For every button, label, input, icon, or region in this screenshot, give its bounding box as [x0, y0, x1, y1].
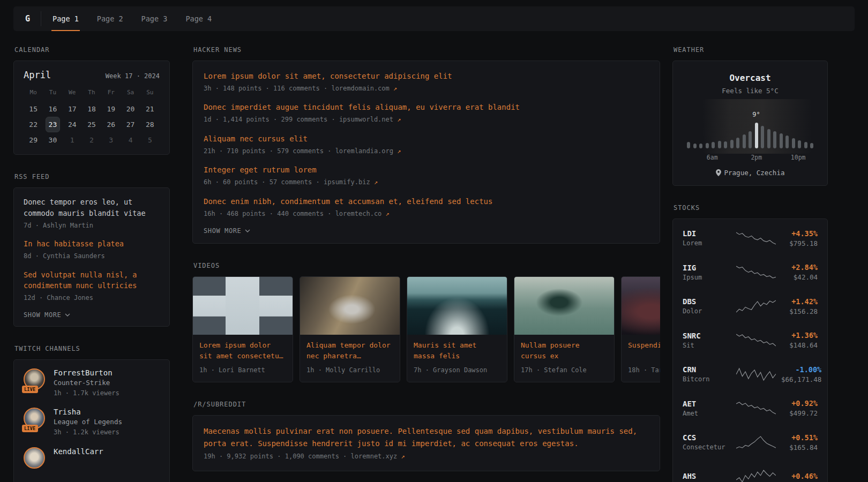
- stock-row[interactable]: CCS Consectetur +0.51% $165.84: [683, 425, 818, 460]
- stock-row[interactable]: IIG Ipsum +2.84% $42.04: [683, 255, 818, 290]
- weather-hourly-chart: 9°: [687, 107, 813, 148]
- calendar-day[interactable]: 24: [63, 117, 82, 132]
- weather-hour-bar: [780, 133, 783, 148]
- weather-hour-bar: [736, 138, 739, 148]
- calendar-day[interactable]: 18: [82, 101, 101, 117]
- hn-item-domain[interactable]: loremlandia.org ↗: [335, 147, 401, 155]
- subreddit-widget: /R/SUBREDDIT Maecenas mollis pulvinar er…: [192, 401, 660, 472]
- calendar-weekday-label: Su: [140, 87, 160, 101]
- video-card[interactable]: Lorem ipsum dolor sit amet consectetu… 1…: [192, 276, 293, 382]
- calendar-day[interactable]: 3: [101, 132, 121, 148]
- weather-hour-bar: [749, 131, 752, 148]
- hn-item-title[interactable]: Donec enim nibh, condimentum et accumsan…: [204, 196, 649, 207]
- tab-page-4[interactable]: Page 4: [176, 6, 221, 31]
- videos-row: Lorem ipsum dolor sit amet consectetu… 1…: [192, 276, 660, 382]
- video-title: Aliquam tempor dolor nec pharetra…: [306, 340, 393, 362]
- rss-section-label: RSS FEED: [14, 173, 170, 180]
- video-meta: 17h · Stefan Cole: [521, 366, 608, 375]
- hn-item-domain[interactable]: loremdomain.com ↗: [331, 85, 397, 92]
- stock-identity: DBS Dolor: [683, 297, 731, 315]
- hn-item-title[interactable]: Integer eget rutrum lorem: [204, 164, 649, 176]
- hn-item-meta: 21h · 710 points · 579 comments · loreml…: [204, 147, 649, 156]
- hackernews-widget: HACKER NEWS Lorem ipsum dolor sit amet, …: [192, 46, 660, 244]
- video-meta: 18h · Tara: [628, 366, 660, 375]
- tab-page-2[interactable]: Page 2: [88, 6, 132, 31]
- weather-hour-bar: [810, 143, 813, 148]
- calendar-day[interactable]: 21: [140, 101, 160, 117]
- rss-item-title[interactable]: In hac habitasse platea: [24, 238, 160, 250]
- video-card[interactable]: Aliquam tempor dolor nec pharetra… 1h · …: [300, 276, 400, 382]
- stock-row[interactable]: AHS +0.46%: [683, 460, 818, 482]
- stock-row[interactable]: AET Amet +0.92% $499.72: [683, 391, 818, 426]
- video-card[interactable]: Suspendisse diam 18h · Tara: [621, 276, 660, 382]
- calendar-day[interactable]: 30: [43, 132, 62, 148]
- stock-change: +1.42%: [781, 297, 818, 306]
- rss-item-title[interactable]: Donec tempor eros leo, ut commodo mauris…: [24, 197, 160, 219]
- video-meta: 1h · Lori Barnett: [199, 366, 286, 375]
- topbar: G Page 1Page 2Page 3Page 4: [13, 6, 855, 31]
- video-info: Mauris sit amet massa felis 7h · Grayson…: [407, 335, 507, 382]
- calendar-days-grid: 1516171819202122232425262728293012345: [24, 101, 160, 148]
- calendar-day[interactable]: 27: [121, 117, 140, 132]
- hackernews-show-more-button[interactable]: SHOW MORE: [204, 227, 649, 235]
- twitch-card: LIVE ForrestBurton Counter-Strike 1h · 1…: [13, 359, 170, 482]
- twitch-channel[interactable]: LIVE ForrestBurton Counter-Strike 1h · 1…: [24, 368, 160, 398]
- calendar-day[interactable]: 19: [101, 101, 121, 117]
- stock-ticker: AHS: [683, 472, 731, 480]
- calendar-day[interactable]: 1: [63, 132, 82, 148]
- calendar-day[interactable]: 29: [24, 132, 43, 148]
- external-link-icon: ↗: [397, 147, 401, 155]
- hn-item: Integer eget rutrum lorem 6h · 60 points…: [204, 164, 649, 187]
- stock-name: Dolor: [683, 307, 731, 315]
- stock-row[interactable]: SNRC Sit +1.36% $148.64: [683, 323, 818, 358]
- weather-hour-bar: [804, 142, 807, 148]
- stock-sparkline: [736, 367, 776, 382]
- hn-item-domain[interactable]: loremtech.co ↗: [335, 210, 390, 217]
- calendar-weekday-row: MoTuWeThFrSaSu: [24, 87, 160, 101]
- hn-item-meta: 1d · 1,414 points · 299 comments · ipsum…: [204, 115, 649, 124]
- calendar-day[interactable]: 5: [140, 132, 160, 148]
- hn-item-title[interactable]: Lorem ipsum dolor sit amet, consectetur …: [204, 71, 649, 82]
- video-thumbnail: [300, 277, 400, 335]
- weather-hour-bar: [724, 141, 727, 148]
- calendar-day[interactable]: 16: [43, 101, 62, 117]
- hn-item-domain[interactable]: ipsumworld.net ↗: [339, 116, 401, 123]
- channel-game: League of Legends: [54, 418, 122, 426]
- twitch-channel[interactable]: LIVE Trisha League of Legends 3h · 1.2k …: [24, 408, 160, 437]
- subreddit-post-title[interactable]: Maecenas mollis pulvinar erat non posuer…: [204, 425, 649, 450]
- twitch-channel[interactable]: KendallCarr: [24, 447, 160, 469]
- video-card[interactable]: Nullam posuere cursus ex 17h · Stefan Co…: [514, 276, 615, 382]
- calendar-day[interactable]: 26: [101, 117, 121, 132]
- stock-price: $148.64: [781, 341, 818, 349]
- hn-item-title[interactable]: Donec imperdiet augue tincidunt felis al…: [204, 102, 649, 113]
- calendar-day[interactable]: 17: [63, 101, 82, 117]
- stock-row[interactable]: CRN Bitcorn -1.00% $66,171.48: [683, 357, 818, 391]
- subreddit-post-domain[interactable]: loremnet.xyz ↗: [351, 453, 405, 460]
- stock-ticker: IIG: [683, 263, 731, 272]
- calendar-weekday-label: Sa: [121, 87, 140, 101]
- calendar-day[interactable]: 20: [121, 101, 140, 117]
- dashboard-layout: CALENDAR April Week 17 · 2024 MoTuWeThFr…: [13, 46, 855, 482]
- hn-item-title[interactable]: Aliquam nec cursus elit: [204, 133, 649, 145]
- calendar-day[interactable]: 4: [121, 132, 140, 148]
- rss-item-title[interactable]: Sed volutpat nulla nisl, a condimentum n…: [24, 269, 160, 292]
- stock-ticker: LDI: [683, 229, 731, 238]
- rss-card: Donec tempor eros leo, ut commodo mauris…: [13, 187, 170, 327]
- calendar-day-selected[interactable]: 23: [46, 117, 59, 132]
- stock-row[interactable]: LDI Lorem +4.35% $795.18: [683, 221, 818, 255]
- video-card[interactable]: Mauris sit amet massa felis 7h · Grayson…: [407, 276, 507, 382]
- calendar-day[interactable]: 25: [82, 117, 101, 132]
- rss-show-more-button[interactable]: SHOW MORE: [24, 311, 160, 319]
- live-badge: LIVE: [22, 386, 38, 393]
- tab-page-3[interactable]: Page 3: [132, 6, 177, 31]
- calendar-day[interactable]: 28: [140, 117, 160, 132]
- stock-sparkline: [736, 401, 776, 416]
- stock-row[interactable]: DBS Dolor +1.42% $156.28: [683, 289, 818, 323]
- calendar-day[interactable]: 15: [24, 101, 43, 117]
- video-title: Nullam posuere cursus ex: [521, 340, 608, 362]
- calendar-day[interactable]: 22: [24, 117, 43, 132]
- hn-item-domain[interactable]: ipsumify.biz ↗: [324, 178, 378, 186]
- calendar-day[interactable]: 2: [82, 132, 101, 148]
- tab-page-1[interactable]: Page 1: [43, 6, 88, 31]
- channel-info: Trisha League of Legends 3h · 1.2k viewe…: [54, 408, 122, 437]
